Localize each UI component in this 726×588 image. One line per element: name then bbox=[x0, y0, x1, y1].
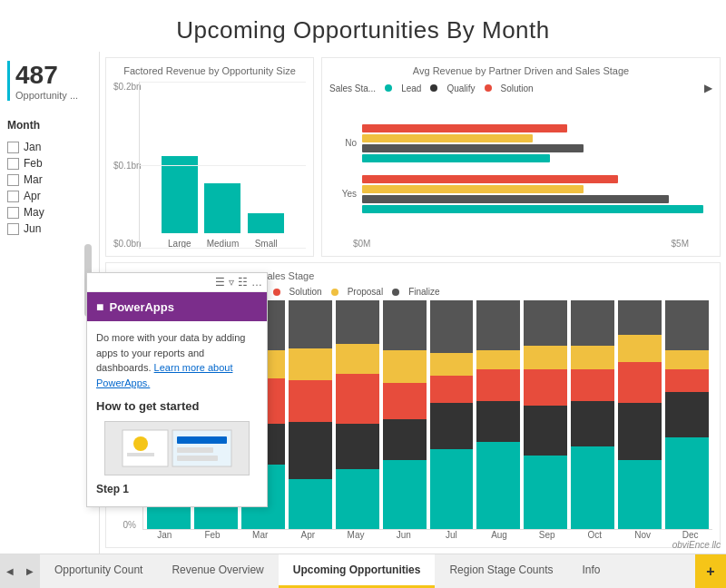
stacked-seg-oct-2 bbox=[571, 369, 614, 401]
tab-revenue-overview-label: Revenue Overview bbox=[172, 564, 263, 576]
popup-image-svg bbox=[118, 426, 236, 471]
month-label-mar: Mar bbox=[238, 530, 282, 540]
legend-dot-lead bbox=[385, 84, 392, 92]
stacked-seg-jul-0 bbox=[430, 449, 474, 529]
kpi-label: Opportunity ... bbox=[15, 90, 92, 101]
stacked-seg-aug-2 bbox=[476, 369, 520, 401]
svg-rect-2 bbox=[177, 436, 227, 444]
filter-text-feb: Feb bbox=[24, 157, 43, 170]
stacked-seg-jul-4 bbox=[430, 300, 474, 353]
tab-add-button[interactable]: + bbox=[695, 554, 726, 588]
filter-item-feb[interactable]: Feb bbox=[7, 155, 92, 172]
stacked-seg-jul-2 bbox=[430, 376, 474, 403]
h-bar-group-no: No bbox=[338, 124, 703, 162]
filter-checkbox-mar[interactable] bbox=[7, 174, 19, 186]
filter-text-jun: Jun bbox=[24, 222, 41, 235]
stacked-col-sep bbox=[524, 300, 567, 529]
popup-toolbar: ☰ ▿ ☷ … bbox=[87, 273, 267, 292]
toolbar-icon-grid[interactable]: ☷ bbox=[238, 276, 248, 289]
stacked-seg-oct-1 bbox=[571, 401, 614, 446]
label-solution: Solution bbox=[289, 287, 322, 297]
month-label-dec: Dec bbox=[668, 530, 712, 540]
factored-revenue-chart: Factored Revenue by Opportunity Size $0.… bbox=[105, 57, 314, 257]
dot-proposal bbox=[331, 289, 338, 296]
filter-item-jun[interactable]: Jun bbox=[7, 220, 92, 237]
legend-label-lead: Lead bbox=[401, 83, 421, 93]
y-label-3: $0.0bn bbox=[113, 239, 135, 249]
stacked-seg-nov-1 bbox=[618, 403, 662, 460]
legend-nav-right[interactable]: ▶ bbox=[704, 82, 712, 94]
stacked-col-dec bbox=[665, 300, 709, 529]
h-bar-label-yes: Yes bbox=[338, 189, 357, 199]
stacked-seg-jul-3 bbox=[430, 353, 474, 376]
toolbar-icon-more[interactable]: … bbox=[251, 276, 262, 289]
bar-large-rect bbox=[162, 156, 198, 233]
tab-opportunity-count-label: Opportunity Count bbox=[54, 564, 142, 576]
legend-label-qualify: Qualify bbox=[446, 83, 475, 93]
kpi-number: 487 bbox=[15, 61, 92, 90]
filter-text-may: May bbox=[24, 206, 44, 219]
stacked-seg-dec-1 bbox=[665, 392, 709, 437]
tab-revenue-overview[interactable]: Revenue Overview bbox=[157, 554, 278, 588]
month-label-may: May bbox=[334, 530, 378, 540]
svg-rect-3 bbox=[177, 447, 213, 453]
filter-text-apr: Apr bbox=[24, 190, 41, 202]
stacked-seg-may-1 bbox=[336, 424, 379, 469]
x-label-0m: $0M bbox=[353, 239, 370, 249]
filter-checkbox-jun[interactable] bbox=[7, 223, 19, 235]
popup-step: Step 1 bbox=[96, 481, 258, 497]
month-label-sep: Sep bbox=[525, 530, 569, 540]
stacked-seg-dec-4 bbox=[665, 300, 709, 350]
stacked-seg-jun-4 bbox=[383, 300, 427, 350]
filter-item-jan[interactable]: Jan bbox=[7, 139, 92, 155]
month-label-apr: Apr bbox=[286, 530, 330, 540]
factored-revenue-title: Factored Revenue by Opportunity Size bbox=[113, 65, 306, 76]
stacked-col-jul bbox=[430, 300, 474, 529]
filter-checkbox-jan[interactable] bbox=[7, 142, 19, 153]
stacked-col-may bbox=[336, 300, 379, 529]
filter-checkbox-may[interactable] bbox=[7, 207, 19, 219]
h-bars-no bbox=[362, 124, 703, 162]
stacked-x-axis: JanFebMarAprMayJunJulAugSepOctNovDec bbox=[113, 530, 712, 540]
svg-rect-4 bbox=[177, 456, 218, 461]
stacked-seg-jun-2 bbox=[383, 383, 427, 419]
stacked-seg-may-4 bbox=[336, 300, 379, 344]
stacked-seg-nov-0 bbox=[618, 460, 662, 529]
x-label-5m: $5M bbox=[672, 239, 689, 249]
filter-item-mar[interactable]: Mar bbox=[7, 172, 92, 188]
toolbar-icon-menu[interactable]: ☰ bbox=[215, 276, 225, 289]
filter-item-apr[interactable]: Apr bbox=[7, 188, 92, 204]
stacked-seg-nov-2 bbox=[618, 362, 662, 403]
stacked-seg-may-3 bbox=[336, 344, 379, 374]
tab-upcoming-opportunities[interactable]: Upcoming Opportunities bbox=[279, 554, 436, 588]
popup-body: Do more with your data by adding apps to… bbox=[87, 321, 267, 506]
tab-info[interactable]: Info bbox=[568, 554, 615, 588]
powerapps-title: PowerApps bbox=[109, 300, 174, 314]
tab-nav-right[interactable]: ▶ bbox=[20, 554, 40, 588]
stacked-seg-oct-3 bbox=[571, 346, 614, 368]
tab-region-stage-counts[interactable]: Region Stage Counts bbox=[435, 554, 567, 588]
filter-item-may[interactable]: May bbox=[7, 204, 92, 220]
label-finalize: Finalize bbox=[408, 287, 439, 297]
stacked-seg-dec-3 bbox=[665, 350, 709, 368]
tab-nav-left[interactable]: ◀ bbox=[0, 554, 20, 588]
h-bar-no-proposal bbox=[362, 134, 533, 142]
stacked-seg-apr-3 bbox=[289, 348, 332, 380]
h-bar-yes-lead bbox=[362, 205, 703, 213]
tab-add-icon: + bbox=[706, 564, 714, 580]
month-label-nov: Nov bbox=[621, 530, 665, 540]
filter-checkbox-apr[interactable] bbox=[7, 191, 19, 202]
watermark: obviEnce llc bbox=[672, 540, 721, 550]
toolbar-icon-filter[interactable]: ▿ bbox=[229, 276, 234, 289]
y-0: 0% bbox=[113, 520, 136, 530]
h-bar-yes-qualify bbox=[362, 195, 669, 203]
avg-revenue-legend: Sales Sta... Lead Qualify Solution ▶ bbox=[329, 82, 712, 94]
stacked-seg-jul-1 bbox=[430, 403, 474, 448]
factored-y-axis: $0.2bn $0.1bn $0.0bn bbox=[113, 82, 139, 249]
stacked-seg-sep-0 bbox=[524, 456, 567, 529]
filter-checkbox-feb[interactable] bbox=[7, 158, 19, 170]
stacked-seg-sep-4 bbox=[524, 300, 567, 346]
month-label-jun: Jun bbox=[381, 530, 426, 540]
stacked-seg-sep-3 bbox=[524, 346, 567, 368]
tab-opportunity-count[interactable]: Opportunity Count bbox=[40, 554, 157, 588]
